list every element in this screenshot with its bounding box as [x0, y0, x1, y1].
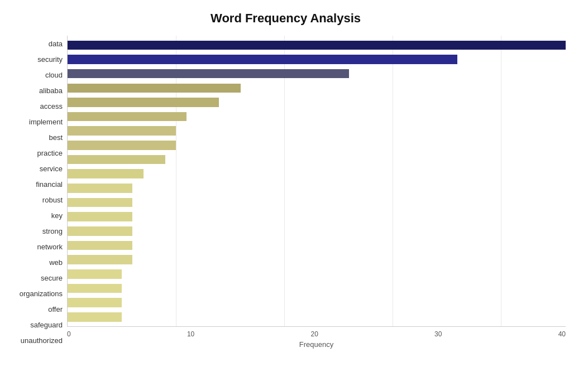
y-axis-label: data — [6, 40, 63, 47]
bar-row — [68, 296, 566, 310]
bar-row — [68, 210, 566, 224]
bar — [68, 98, 219, 107]
bar — [68, 41, 566, 50]
chart-area: datasecuritycloudalibabaaccessimplementb… — [6, 36, 566, 349]
y-axis-label: alibaba — [6, 87, 63, 94]
bar-row — [68, 81, 566, 95]
bars-area — [67, 36, 566, 327]
bar — [68, 226, 132, 236]
bar — [68, 312, 122, 322]
y-axis-label: key — [6, 212, 63, 219]
x-tick-label: 30 — [434, 330, 442, 338]
bar — [68, 298, 122, 307]
bar — [68, 184, 132, 193]
bar-row — [68, 195, 566, 210]
bar-row — [68, 52, 566, 67]
x-axis: 010203040 — [67, 330, 566, 338]
y-axis-label: access — [6, 103, 63, 110]
bar — [68, 141, 176, 150]
y-axis-label: cloud — [6, 71, 63, 79]
bar — [68, 241, 132, 250]
chart-title: Word Frequency Analysis — [6, 11, 566, 26]
bars-and-xaxis: 010203040 Frequency — [67, 36, 566, 349]
bar — [68, 169, 144, 178]
bar — [68, 284, 122, 293]
y-axis-label: financial — [6, 181, 63, 188]
y-axis-label: service — [6, 165, 63, 172]
bar — [68, 255, 132, 264]
y-axis-label: safeguard — [6, 321, 63, 329]
bar — [68, 198, 132, 207]
y-axis-label: web — [6, 259, 63, 266]
bar — [68, 55, 457, 64]
bar — [68, 126, 176, 136]
y-axis-label: organizations — [6, 290, 63, 297]
bar-row — [68, 66, 566, 81]
chart-container: Word Frequency Analysis datasecurityclou… — [0, 0, 588, 391]
bar-row — [68, 138, 566, 153]
bar-row — [68, 224, 566, 239]
bar-row — [68, 167, 566, 181]
y-axis-label: secure — [6, 274, 63, 282]
bars-wrapper — [68, 36, 566, 326]
x-tick-label: 10 — [187, 330, 194, 338]
bar-row — [68, 281, 566, 296]
bar-row — [68, 238, 566, 253]
bar — [68, 112, 187, 122]
bar — [68, 212, 132, 221]
y-axis-label: strong — [6, 228, 63, 235]
bar-row — [68, 124, 566, 138]
bar-row — [68, 95, 566, 110]
x-tick-label: 0 — [67, 330, 71, 338]
y-axis-label: security — [6, 56, 63, 63]
bar — [68, 69, 349, 79]
bar-row — [68, 310, 566, 324]
y-axis-label: offer — [6, 306, 63, 313]
bar-row — [68, 267, 566, 282]
x-tick-label: 40 — [558, 330, 566, 338]
y-axis-label: practice — [6, 149, 63, 157]
y-axis-label: implement — [6, 118, 63, 125]
y-axis-label: robust — [6, 196, 63, 204]
y-axis-label: best — [6, 134, 63, 141]
bar — [68, 269, 122, 279]
bar — [68, 155, 165, 165]
y-axis-labels: datasecuritycloudalibabaaccessimplementb… — [6, 36, 67, 349]
bar-row — [68, 109, 566, 124]
bar-row — [68, 38, 566, 52]
y-axis-label: network — [6, 243, 63, 250]
x-axis-label: Frequency — [67, 340, 566, 349]
bar-row — [68, 152, 566, 167]
bar-row — [68, 253, 566, 267]
x-tick-label: 20 — [310, 330, 318, 338]
y-axis-label: unauthorized — [6, 337, 63, 344]
bar-row — [68, 181, 566, 196]
bar — [68, 84, 241, 93]
